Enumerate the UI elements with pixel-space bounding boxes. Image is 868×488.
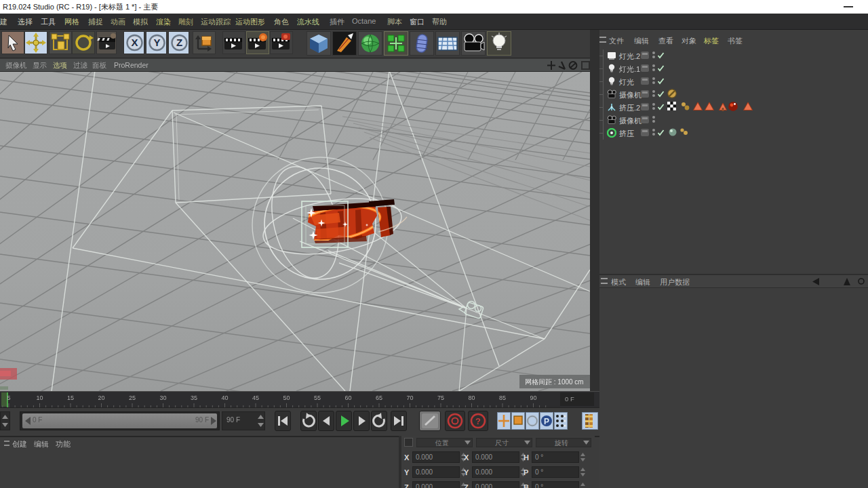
svg-text:45: 45 [252, 394, 259, 401]
svg-text:15: 15 [67, 394, 74, 401]
svg-text:Z: Z [176, 37, 182, 48]
svg-text:20: 20 [98, 394, 104, 401]
svg-text:10: 10 [36, 394, 43, 401]
svg-text:55: 55 [314, 394, 321, 401]
svg-text:30: 30 [159, 394, 166, 401]
svg-text:50: 50 [283, 394, 290, 401]
svg-text:80: 80 [468, 394, 475, 401]
svg-text:85: 85 [499, 394, 506, 401]
svg-text:25: 25 [129, 394, 136, 401]
svg-text:X: X [131, 37, 138, 48]
svg-text:P: P [544, 417, 549, 426]
svg-text:35: 35 [191, 394, 197, 401]
svg-text:5: 5 [7, 394, 10, 401]
svg-text:70: 70 [406, 394, 413, 401]
svg-text:65: 65 [376, 394, 382, 401]
svg-text:60: 60 [344, 394, 351, 401]
svg-text:0 F: 0 F [565, 395, 574, 403]
svg-text:网格间距 : 1000 cm: 网格间距 : 1000 cm [525, 378, 584, 386]
svg-text:75: 75 [437, 394, 444, 401]
svg-text:Y: Y [153, 37, 160, 48]
svg-text:90: 90 [530, 394, 536, 401]
svg-text:40: 40 [221, 394, 228, 401]
svg-text:?: ? [475, 416, 481, 426]
